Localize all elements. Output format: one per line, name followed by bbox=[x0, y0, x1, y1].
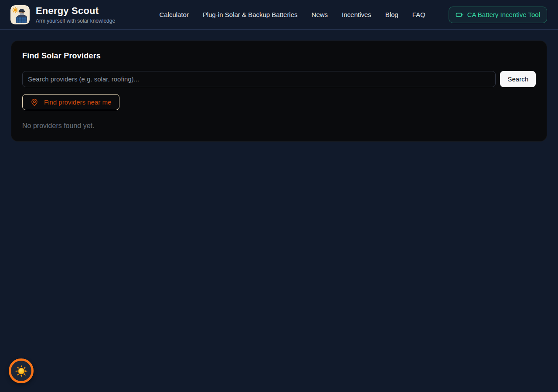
search-row: Search bbox=[22, 71, 536, 87]
site-header: Energy Scout Arm yourself with solar kno… bbox=[0, 0, 558, 30]
search-button[interactable]: Search bbox=[500, 71, 536, 87]
brand-tagline: Arm yourself with solar knowledge bbox=[36, 18, 115, 24]
card-title: Find Solar Providers bbox=[22, 51, 536, 61]
nav-link-faq[interactable]: FAQ bbox=[412, 11, 425, 18]
brand-text: Energy Scout Arm yourself with solar kno… bbox=[36, 5, 115, 24]
main-nav: Calculator Plug-in Solar & Backup Batter… bbox=[159, 7, 547, 23]
brand-logo-solar-installer-avatar bbox=[10, 5, 30, 24]
map-pin-icon bbox=[31, 98, 38, 106]
empty-state-message: No providers found yet. bbox=[22, 122, 536, 130]
provider-search-input[interactable] bbox=[22, 71, 496, 87]
theme-toggle-button[interactable] bbox=[9, 358, 34, 383]
nav-link-news[interactable]: News bbox=[312, 11, 328, 18]
nav-link-plugin-solar-backup-batteries[interactable]: Plug-in Solar & Backup Batteries bbox=[203, 11, 298, 18]
cta-label: CA Battery Incentive Tool bbox=[467, 11, 540, 18]
find-providers-near-me-button[interactable]: Find providers near me bbox=[22, 94, 119, 110]
near-me-label: Find providers near me bbox=[44, 98, 111, 106]
main-content: Find Solar Providers Search Find provide… bbox=[0, 41, 558, 142]
nav-link-calculator[interactable]: Calculator bbox=[159, 11, 189, 18]
brand[interactable]: Energy Scout Arm yourself with solar kno… bbox=[10, 5, 115, 24]
sun-icon bbox=[15, 365, 28, 378]
brand-title: Energy Scout bbox=[36, 5, 115, 16]
battery-icon bbox=[456, 11, 463, 19]
find-solar-providers-card: Find Solar Providers Search Find provide… bbox=[11, 41, 547, 142]
ca-battery-incentive-tool-button[interactable]: CA Battery Incentive Tool bbox=[449, 7, 547, 23]
nav-link-blog[interactable]: Blog bbox=[385, 11, 398, 18]
nav-link-incentives[interactable]: Incentives bbox=[342, 11, 371, 18]
